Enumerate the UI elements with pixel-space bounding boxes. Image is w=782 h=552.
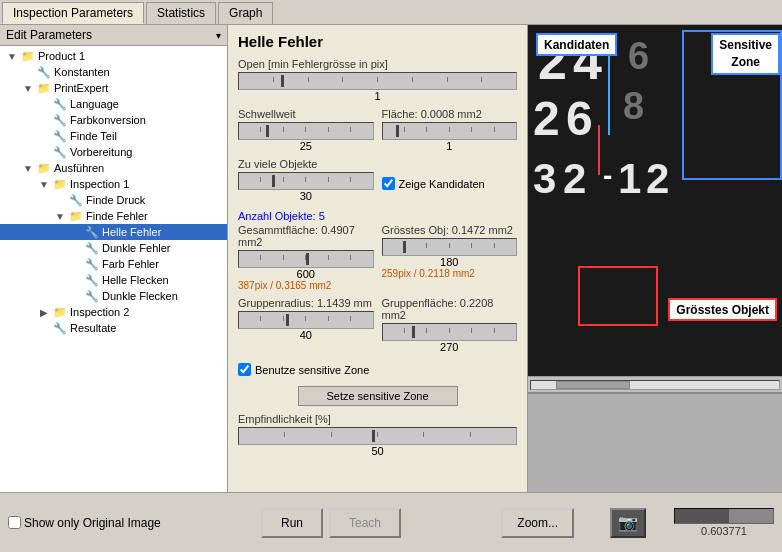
item-icon-dunkleflecken: 🔧 (84, 289, 100, 303)
item-icon-hellflecken: 🔧 (84, 273, 100, 287)
gruppenradius-value: 40 (238, 329, 374, 341)
flache-slider[interactable] (382, 122, 518, 140)
middle-panel: Helle Fehler Open [min Fehlergrösse in p… (228, 25, 528, 492)
sidebar: Edit Parameters ▾ ▼ 📁 Product 1 🔧 Konsta… (0, 25, 228, 492)
image-area: 2 4 2 6 6 8 3 2 - 1 2 Kandidaten (528, 25, 782, 376)
schwellweit-value: 25 (238, 140, 374, 152)
grosstesobj-label: Grösstes Obj: 0.1472 mm2 (382, 224, 518, 236)
zoom-slider[interactable] (674, 508, 774, 524)
gesamtflache-slider[interactable] (238, 250, 374, 268)
scrollbar-thumb[interactable] (556, 381, 630, 389)
tree-item-ausfuhren[interactable]: ▼ 📁 Ausführen (0, 160, 227, 176)
grosstesobj-sub: 259pix / 0.2118 mm2 (382, 268, 518, 279)
scrollbar-track[interactable] (530, 380, 780, 390)
show-original-checkbox[interactable] (8, 516, 21, 529)
param-gruppenflache: Gruppenfläche: 0.2208 mm2 270 (382, 297, 518, 353)
gruppenflache-value: 270 (382, 341, 518, 353)
folder-icon-ausfuhren: 📁 (36, 161, 52, 175)
bottom-toolbar: Show only Original Image Run Teach Zoom.… (0, 492, 782, 552)
tree-item-hellflecken[interactable]: 🔧 Helle Flecken (0, 272, 227, 288)
sidebar-title: Edit Parameters (6, 28, 92, 42)
folder-icon-insp2: 📁 (52, 305, 68, 319)
item-icon: 🔧 (36, 65, 52, 79)
tab-statistics[interactable]: Statistics (146, 2, 216, 24)
folder-icon: 📁 (20, 49, 36, 63)
param-grosstesobj: Grösstes Obj: 0.1472 mm2 180 259pix / 0.… (382, 224, 518, 291)
schwellweit-slider[interactable] (238, 122, 374, 140)
tree-item-findeteil[interactable]: 🔧 Finde Teil (0, 128, 227, 144)
gesamtflache-sub: 387pix / 0.3165 mm2 (238, 280, 374, 291)
toggle-inspection1[interactable]: ▼ (36, 179, 52, 190)
tree-item-language[interactable]: 🔧 Language (0, 96, 227, 112)
tree-item-farbfehler[interactable]: 🔧 Farb Fehler (0, 256, 227, 272)
kandidaten-label: Kandidaten (536, 33, 617, 56)
toggle-printexpert[interactable]: ▼ (20, 83, 36, 94)
param-schwellweit: Schwellweit 25 (238, 108, 374, 152)
sidebar-dropdown-icon[interactable]: ▾ (216, 30, 221, 41)
empfindlichkeit-value: 50 (238, 445, 517, 457)
tree-item-farbkonversion[interactable]: 🔧 Farbkonversion (0, 112, 227, 128)
item-icon-language: 🔧 (52, 97, 68, 111)
setze-sensitive-zone-button[interactable]: Setze sensitive Zone (298, 386, 458, 406)
sensitive-zone-check-row[interactable]: Benutze sensitive Zone (238, 363, 517, 376)
item-icon-resultate: 🔧 (52, 321, 68, 335)
horizontal-scrollbar[interactable] (528, 376, 782, 392)
zuviele-label: Zu viele Objekte (238, 158, 374, 170)
open-value: 1 (238, 90, 517, 102)
run-button[interactable]: Run (261, 508, 323, 538)
gesamtflache-value: 600 (238, 268, 374, 280)
tab-graph[interactable]: Graph (218, 2, 273, 24)
param-flache: Fläche: 0.0008 mm2 1 (382, 108, 518, 152)
tree-area: ▼ 📁 Product 1 🔧 Konstanten ▼ 📁 PrintEx (0, 46, 227, 492)
camera-icon[interactable]: 📷 (610, 508, 646, 538)
item-icon-findedruck: 🔧 (68, 193, 84, 207)
schwellweit-label: Schwellweit (238, 108, 374, 120)
toggle-ausfuhren[interactable]: ▼ (20, 163, 36, 174)
panel-title: Helle Fehler (238, 33, 517, 50)
open-slider[interactable] (238, 72, 517, 90)
item-icon-farb: 🔧 (52, 113, 68, 127)
toggle-findefehler[interactable]: ▼ (52, 211, 68, 222)
tree-item-inspection2[interactable]: ▶ 📁 Inspection 2 (0, 304, 227, 320)
anzahl-objekte: Anzahl Objekte: 5 (238, 210, 517, 222)
grosstesobj-slider[interactable] (382, 238, 518, 256)
empfindlichkeit-slider[interactable] (238, 427, 517, 445)
gruppenradius-slider[interactable] (238, 311, 374, 329)
param-open: Open [min Fehlergrösse in pix] 1 (238, 58, 517, 102)
tree-item-hellefehler[interactable]: 🔧 Helle Fehler (0, 224, 227, 240)
item-icon-dunklefehler: 🔧 (84, 241, 100, 255)
zeige-kandidaten-label: Zeige Kandidaten (399, 178, 485, 190)
zeige-kandidaten-check[interactable]: Zeige Kandidaten (382, 177, 518, 190)
zeige-kandidaten-row: Zeige Kandidaten (382, 158, 518, 193)
item-icon-findeteil: 🔧 (52, 129, 68, 143)
teach-button[interactable]: Teach (329, 508, 401, 538)
tree-item-printexpert[interactable]: ▼ 📁 PrintExpert (0, 80, 227, 96)
toggle-inspection2[interactable]: ▶ (36, 307, 52, 318)
param-empfindlichkeit: Empfindlichkeit [%] 50 (238, 413, 517, 457)
gruppenflache-slider[interactable] (382, 323, 518, 341)
tree-item-resultate[interactable]: 🔧 Resultate (0, 320, 227, 336)
tree-item-konstanten[interactable]: 🔧 Konstanten (0, 64, 227, 80)
tree-item-findedruck[interactable]: 🔧 Finde Druck (0, 192, 227, 208)
empfindlichkeit-label: Empfindlichkeit [%] (238, 413, 517, 425)
tree-item-findefehler[interactable]: ▼ 📁 Finde Fehler (0, 208, 227, 224)
tree-item-dunkleflecken[interactable]: 🔧 Dunkle Flecken (0, 288, 227, 304)
tree-item-product1[interactable]: ▼ 📁 Product 1 (0, 48, 227, 64)
show-original-check-row[interactable]: Show only Original Image (8, 516, 161, 530)
tree-item-dunklefehler[interactable]: 🔧 Dunkle Fehler (0, 240, 227, 256)
item-icon-vorbereitung: 🔧 (52, 145, 68, 159)
red-indicator-line (598, 125, 600, 175)
flache-value: 1 (382, 140, 518, 152)
zuviele-slider[interactable] (238, 172, 374, 190)
tab-inspection-parameters[interactable]: Inspection Parameters (2, 2, 144, 24)
zoom-button[interactable]: Zoom... (501, 508, 574, 538)
sensitive-zone-checkbox[interactable] (238, 363, 251, 376)
toggle-product1[interactable]: ▼ (4, 51, 20, 62)
zeige-kandidaten-checkbox[interactable] (382, 177, 395, 190)
item-icon-hellefehler: 🔧 (84, 225, 100, 239)
tree-item-inspection1[interactable]: ▼ 📁 Inspection 1 (0, 176, 227, 192)
zuviele-value: 30 (238, 190, 374, 202)
gesamtflache-label: Gesammtfläche: 0.4907 mm2 (238, 224, 374, 248)
tree-item-vorbereitung[interactable]: 🔧 Vorbereitung (0, 144, 227, 160)
image-panel: 2 4 2 6 6 8 3 2 - 1 2 Kandidaten (528, 25, 782, 492)
